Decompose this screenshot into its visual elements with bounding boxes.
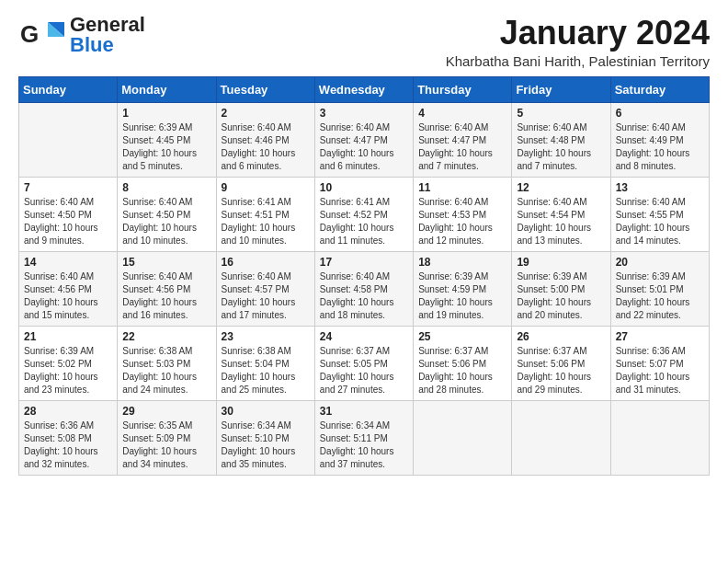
calendar-table: SundayMondayTuesdayWednesdayThursdayFrid… xyxy=(18,76,710,476)
day-info: Sunrise: 6:36 AMSunset: 5:07 PMDaylight:… xyxy=(616,345,704,396)
day-info: Sunrise: 6:40 AMSunset: 4:54 PMDaylight:… xyxy=(517,196,605,247)
day-cell: 20Sunrise: 6:39 AMSunset: 5:01 PMDayligh… xyxy=(610,251,709,326)
day-cell: 1Sunrise: 6:39 AMSunset: 4:45 PMDaylight… xyxy=(118,102,216,177)
logo-icon: G xyxy=(18,17,64,53)
day-cell: 17Sunrise: 6:40 AMSunset: 4:58 PMDayligh… xyxy=(314,251,413,326)
day-cell: 14Sunrise: 6:40 AMSunset: 4:56 PMDayligh… xyxy=(19,251,118,326)
day-number: 7 xyxy=(24,181,112,194)
day-info: Sunrise: 6:39 AMSunset: 4:59 PMDaylight:… xyxy=(418,270,506,322)
day-number: 15 xyxy=(122,256,210,269)
day-cell: 11Sunrise: 6:40 AMSunset: 4:53 PMDayligh… xyxy=(414,177,512,251)
day-cell: 7Sunrise: 6:40 AMSunset: 4:50 PMDaylight… xyxy=(19,177,118,251)
day-header-sunday: Sunday xyxy=(19,76,118,102)
day-number: 20 xyxy=(616,256,704,269)
day-number: 23 xyxy=(222,330,310,343)
calendar-page: G General Blue January 2024 Kharbatha Ba… xyxy=(0,0,728,563)
day-number: 31 xyxy=(320,405,408,418)
day-number: 30 xyxy=(222,405,310,418)
day-cell: 10Sunrise: 6:41 AMSunset: 4:52 PMDayligh… xyxy=(314,177,413,251)
day-number: 19 xyxy=(517,256,605,269)
day-number: 12 xyxy=(517,181,605,194)
day-header-wednesday: Wednesday xyxy=(314,76,413,102)
week-row-1: 1Sunrise: 6:39 AMSunset: 4:45 PMDaylight… xyxy=(19,102,710,177)
day-info: Sunrise: 6:34 AMSunset: 5:11 PMDaylight:… xyxy=(320,419,408,471)
day-cell: 18Sunrise: 6:39 AMSunset: 4:59 PMDayligh… xyxy=(414,251,512,326)
day-info: Sunrise: 6:41 AMSunset: 4:52 PMDaylight:… xyxy=(320,196,408,247)
day-number: 18 xyxy=(418,256,506,269)
day-number: 9 xyxy=(222,181,310,194)
day-cell: 3Sunrise: 6:40 AMSunset: 4:47 PMDaylight… xyxy=(314,102,413,177)
day-cell: 24Sunrise: 6:37 AMSunset: 5:05 PMDayligh… xyxy=(314,326,413,400)
day-number: 10 xyxy=(320,181,408,194)
day-info: Sunrise: 6:36 AMSunset: 5:08 PMDaylight:… xyxy=(24,419,112,471)
day-cell: 16Sunrise: 6:40 AMSunset: 4:57 PMDayligh… xyxy=(216,251,314,326)
day-number: 25 xyxy=(418,330,506,343)
day-number: 13 xyxy=(616,181,704,194)
day-number: 11 xyxy=(418,181,506,194)
day-info: Sunrise: 6:40 AMSunset: 4:53 PMDaylight:… xyxy=(418,196,506,247)
day-cell xyxy=(610,400,709,475)
title-block: January 2024 Kharbatha Bani Harith, Pale… xyxy=(446,15,710,69)
day-number: 8 xyxy=(122,181,210,194)
day-number: 3 xyxy=(320,107,408,120)
day-cell: 28Sunrise: 6:36 AMSunset: 5:08 PMDayligh… xyxy=(19,400,118,475)
day-cell: 8Sunrise: 6:40 AMSunset: 4:50 PMDaylight… xyxy=(118,177,216,251)
day-cell: 21Sunrise: 6:39 AMSunset: 5:02 PMDayligh… xyxy=(19,326,118,400)
day-info: Sunrise: 6:34 AMSunset: 5:10 PMDaylight:… xyxy=(222,419,310,471)
day-cell: 25Sunrise: 6:37 AMSunset: 5:06 PMDayligh… xyxy=(414,326,512,400)
day-info: Sunrise: 6:39 AMSunset: 5:02 PMDaylight:… xyxy=(24,345,112,396)
day-cell: 15Sunrise: 6:40 AMSunset: 4:56 PMDayligh… xyxy=(118,251,216,326)
day-number: 1 xyxy=(122,107,210,120)
location: Kharbatha Bani Harith, Palestinian Terri… xyxy=(446,53,710,69)
day-info: Sunrise: 6:40 AMSunset: 4:47 PMDaylight:… xyxy=(418,121,506,173)
day-cell: 30Sunrise: 6:34 AMSunset: 5:10 PMDayligh… xyxy=(216,400,314,475)
day-number: 21 xyxy=(24,330,112,343)
day-cell: 29Sunrise: 6:35 AMSunset: 5:09 PMDayligh… xyxy=(118,400,216,475)
day-cell: 13Sunrise: 6:40 AMSunset: 4:55 PMDayligh… xyxy=(610,177,709,251)
day-cell: 26Sunrise: 6:37 AMSunset: 5:06 PMDayligh… xyxy=(512,326,610,400)
day-header-tuesday: Tuesday xyxy=(216,76,314,102)
header-row: SundayMondayTuesdayWednesdayThursdayFrid… xyxy=(19,76,710,102)
day-header-friday: Friday xyxy=(512,76,610,102)
day-info: Sunrise: 6:39 AMSunset: 4:45 PMDaylight:… xyxy=(122,121,210,173)
day-number: 17 xyxy=(320,256,408,269)
day-cell xyxy=(19,102,118,177)
day-cell: 4Sunrise: 6:40 AMSunset: 4:47 PMDaylight… xyxy=(414,102,512,177)
header: G General Blue January 2024 Kharbatha Ba… xyxy=(18,15,710,69)
day-info: Sunrise: 6:39 AMSunset: 5:00 PMDaylight:… xyxy=(517,270,605,322)
day-header-saturday: Saturday xyxy=(610,76,709,102)
day-cell xyxy=(512,400,610,475)
day-info: Sunrise: 6:40 AMSunset: 4:56 PMDaylight:… xyxy=(122,270,210,322)
day-info: Sunrise: 6:41 AMSunset: 4:51 PMDaylight:… xyxy=(222,196,310,247)
day-info: Sunrise: 6:40 AMSunset: 4:55 PMDaylight:… xyxy=(616,196,704,247)
day-info: Sunrise: 6:37 AMSunset: 5:05 PMDaylight:… xyxy=(320,345,408,396)
day-cell: 2Sunrise: 6:40 AMSunset: 4:46 PMDaylight… xyxy=(216,102,314,177)
week-row-5: 28Sunrise: 6:36 AMSunset: 5:08 PMDayligh… xyxy=(19,400,710,475)
day-cell xyxy=(414,400,512,475)
day-cell: 22Sunrise: 6:38 AMSunset: 5:03 PMDayligh… xyxy=(118,326,216,400)
day-number: 4 xyxy=(418,107,506,120)
day-number: 22 xyxy=(122,330,210,343)
day-info: Sunrise: 6:40 AMSunset: 4:47 PMDaylight:… xyxy=(320,121,408,173)
day-info: Sunrise: 6:40 AMSunset: 4:50 PMDaylight:… xyxy=(24,196,112,247)
day-number: 27 xyxy=(616,330,704,343)
day-cell: 9Sunrise: 6:41 AMSunset: 4:51 PMDaylight… xyxy=(216,177,314,251)
logo-name: General Blue xyxy=(70,15,145,55)
day-cell: 31Sunrise: 6:34 AMSunset: 5:11 PMDayligh… xyxy=(314,400,413,475)
day-info: Sunrise: 6:40 AMSunset: 4:57 PMDaylight:… xyxy=(222,270,310,322)
day-header-monday: Monday xyxy=(118,76,216,102)
day-number: 24 xyxy=(320,330,408,343)
day-number: 28 xyxy=(24,405,112,418)
day-number: 26 xyxy=(517,330,605,343)
day-cell: 27Sunrise: 6:36 AMSunset: 5:07 PMDayligh… xyxy=(610,326,709,400)
day-info: Sunrise: 6:38 AMSunset: 5:04 PMDaylight:… xyxy=(222,345,310,396)
logo-general: General xyxy=(70,15,145,35)
day-info: Sunrise: 6:40 AMSunset: 4:50 PMDaylight:… xyxy=(122,196,210,247)
week-row-3: 14Sunrise: 6:40 AMSunset: 4:56 PMDayligh… xyxy=(19,251,710,326)
day-number: 29 xyxy=(122,405,210,418)
day-info: Sunrise: 6:40 AMSunset: 4:56 PMDaylight:… xyxy=(24,270,112,322)
day-header-thursday: Thursday xyxy=(414,76,512,102)
day-number: 2 xyxy=(222,107,310,120)
day-info: Sunrise: 6:40 AMSunset: 4:49 PMDaylight:… xyxy=(616,121,704,173)
day-cell: 5Sunrise: 6:40 AMSunset: 4:48 PMDaylight… xyxy=(512,102,610,177)
